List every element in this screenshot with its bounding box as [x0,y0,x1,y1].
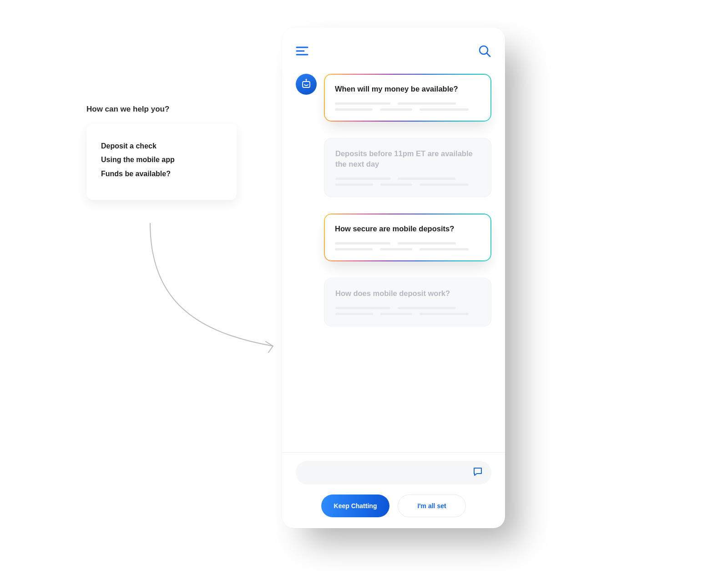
skeleton [335,242,480,245]
help-card: Deposit a check Using the mobile app Fun… [86,124,237,200]
keep-chatting-button[interactable]: Keep Chatting [321,495,389,517]
action-row: Keep Chatting I'm all set [296,495,491,517]
skeleton [335,313,480,315]
skeleton [335,184,480,186]
skeleton [335,248,480,250]
connector-arrow [136,219,291,364]
chat-card-muted[interactable]: Deposits before 11pm ET are available th… [324,138,491,197]
search-icon[interactable] [478,44,491,58]
phone-header [296,41,491,61]
chat-card-active[interactable]: When will my money be available? [324,74,491,122]
help-heading: How can we help you? [86,105,237,114]
chat-card-title: Deposits before 11pm ET are available th… [335,148,480,169]
all-set-button[interactable]: I'm all set [398,495,466,517]
divider [282,452,505,453]
chat-input[interactable] [296,461,491,484]
bot-avatar-icon [296,74,317,95]
chat-icon[interactable] [472,466,483,479]
help-line: Funds be available? [101,167,222,181]
menu-icon[interactable] [296,46,308,56]
help-block: How can we help you? Deposit a check Usi… [86,105,237,200]
skeleton [335,102,480,105]
help-line: Using the mobile app [101,153,222,167]
chat-card-title: When will my money be available? [335,84,480,94]
svg-point-7 [306,79,307,80]
svg-rect-5 [303,82,310,87]
svg-line-4 [487,53,490,56]
chat-card-active[interactable]: How secure are mobile deposits? [324,214,491,261]
help-line: Deposit a check [101,139,222,153]
chat-card-title: How secure are mobile deposits? [335,224,480,234]
skeleton [335,307,480,309]
chat-card-title: How does mobile deposit work? [335,288,480,299]
skeleton [335,178,480,180]
chat-scroll: When will my money be available? Deposit… [296,74,491,450]
chat-phone-frame: When will my money be available? Deposit… [282,27,505,528]
skeleton [335,108,480,111]
chat-card-muted[interactable]: How does mobile deposit work? [324,278,491,326]
